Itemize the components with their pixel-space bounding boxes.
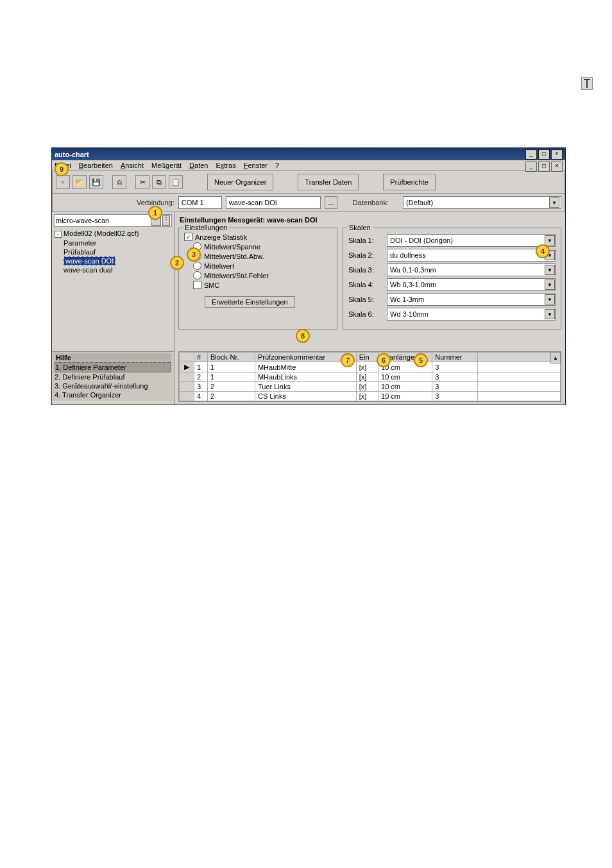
radio-mittelwert-spanne[interactable]: Mittelwert/Spanne [184, 242, 332, 251]
zones-table: ▲ # Block-Nr. Prüfzonenkommentar Ein Sca… [178, 351, 561, 402]
cut-icon: ✂ [140, 178, 146, 187]
tree-node-parameter[interactable]: Parameter [55, 238, 171, 247]
menu-window[interactable]: Fenster [244, 162, 268, 169]
chevron-down-icon: ▼ [545, 280, 555, 290]
callout-6: 6 [377, 353, 391, 367]
tree-node-device-1[interactable]: wave-scan DOI [55, 256, 171, 265]
chevron-down-icon: ▼ [545, 294, 555, 305]
col-block[interactable]: Block-Nr. [207, 353, 255, 362]
menu-device[interactable]: Meßgerät [151, 162, 182, 169]
window-title: auto-chart [55, 151, 525, 158]
menu-data[interactable]: Daten [189, 162, 208, 169]
device-browse-button[interactable]: ... [325, 196, 337, 209]
skala2-combo[interactable]: du dullness▼ [387, 249, 556, 262]
connection-bar: Verbindung: COM 1 wave-scan DOI ... Date… [52, 194, 565, 212]
paste-button[interactable]: 📋 [169, 175, 183, 189]
tree-root[interactable]: -Modell02 (Modell02.qcf) [55, 229, 171, 238]
row-pointer-icon: ▶ [180, 362, 194, 372]
copy-button[interactable]: ⧉ [152, 175, 166, 189]
close-button[interactable]: × [551, 149, 563, 160]
com-port-value: COM 1 [182, 199, 204, 206]
skala4-combo[interactable]: Wb 0,3-1,0mm▼ [387, 278, 556, 291]
new-button[interactable]: ▫ [56, 175, 70, 189]
radio-mittelwert[interactable]: Mittelwert [184, 261, 332, 271]
toolbar: ▫ 📂 💾 ⎙ ✂ ⧉ 📋 Neuer Organizer Transfer D… [52, 171, 565, 194]
save-button[interactable]: 💾 [89, 175, 103, 189]
new-organizer-button[interactable]: Neuer Organizer [207, 174, 273, 190]
menu-view[interactable]: Ansicht [121, 162, 144, 169]
reports-button[interactable]: Prüfberichte [383, 174, 435, 190]
open-button[interactable]: 📂 [72, 175, 87, 189]
skala6-combo[interactable]: Wd 3-10mm▼ [387, 308, 556, 321]
col-num[interactable]: Nummer [432, 353, 478, 362]
checkbox-label: Anzeige Statistik [195, 233, 247, 241]
help-step-2[interactable]: 2. Definiere Prüfablauf [55, 372, 171, 381]
table-row[interactable]: 32Tuer Links[x]10 cm3 [180, 382, 561, 392]
chevron-down-icon: ▼ [549, 197, 559, 208]
chevron-down-icon: ▼ [545, 265, 555, 275]
help-step-1[interactable]: 1. Definiere Parameter [55, 362, 171, 372]
skala5-combo[interactable]: Wc 1-3mm▼ [387, 293, 556, 306]
advanced-settings-button[interactable]: Erweiterte Einstellungen [205, 296, 295, 308]
table-row[interactable]: 42CS Links[x]10 cm3 [180, 392, 561, 401]
com-port-combo[interactable]: COM 1 [178, 196, 222, 209]
skala1-label: Skala 1: [348, 237, 383, 244]
database-value: (Default) [406, 199, 433, 206]
database-combo[interactable]: (Default) ▼ [403, 196, 561, 209]
group-skalen-title: Skalen [347, 224, 373, 231]
skala3-combo[interactable]: Wa 0,1-0,3mm▼ [387, 263, 556, 276]
col-hash[interactable]: # [194, 353, 208, 362]
skala1-combo[interactable]: DOI - DOI (Dorigon)▼ [387, 234, 556, 247]
callout-4: 4 [536, 244, 550, 258]
mdi-maximize-button[interactable]: □ [538, 162, 550, 172]
maximize-button[interactable]: □ [538, 149, 550, 160]
folder-open-icon: 📂 [75, 178, 84, 187]
table-row[interactable]: 21MHaubLinks[x]10 cm3 [180, 372, 561, 382]
right-panel: Einstellungen Messgerät: wave-scan DOI E… [174, 212, 565, 405]
skala6-label: Skala 6: [348, 310, 383, 318]
col-spacer [478, 353, 561, 362]
col-ein[interactable]: Ein [356, 353, 378, 362]
radio-mittelwert-stdabw[interactable]: Mittelwert/Std.Abw. [184, 251, 332, 261]
chevron-down-icon: ▼ [545, 235, 555, 246]
checkbox-label: SMC [204, 281, 219, 289]
cut-button[interactable]: ✂ [135, 175, 149, 189]
mdi-close-button[interactable]: × [551, 162, 563, 172]
database-label: Datenbank: [353, 199, 389, 206]
tree-node-device-2[interactable]: wave-scan dual [55, 265, 171, 274]
checkbox-smc[interactable]: SMC [184, 280, 332, 290]
scroll-up-button[interactable]: ▲ [550, 352, 561, 363]
checkbox-icon [193, 281, 201, 289]
transfer-data-button[interactable]: Transfer Daten [298, 174, 359, 190]
device-combo[interactable]: wave-scan DOI [226, 196, 321, 209]
callout-5: 5 [414, 353, 428, 367]
skala3-label: Skala 3: [348, 266, 383, 274]
callout-8: 8 [296, 329, 310, 343]
tree: -Modell02 (Modell02.qcf) Parameter Prüfa… [55, 229, 171, 274]
print-button[interactable]: ⎙ [112, 175, 126, 189]
tree-splitter-icon[interactable]: ⋮ [162, 215, 170, 226]
table-header-row: # Block-Nr. Prüfzonenkommentar Ein Scanl… [180, 353, 561, 362]
radio-mittelwert-stdfehler[interactable]: Mittelwert/Std.Fehler [184, 271, 332, 280]
save-icon: 💾 [92, 178, 101, 187]
table-row[interactable]: ▶11MHaubMitte[x]10 cm3 [180, 362, 561, 372]
group-einstellungen: Einstellungen ✓ Anzeige Statistik Mittel… [178, 228, 337, 330]
file-new-icon: ▫ [62, 178, 64, 186]
help-step-3[interactable]: 3. Geräteauswahl/-einstellung [55, 381, 171, 390]
callout-9: 9 [55, 162, 69, 176]
left-panel: micro-wave-scan ▼ ⋮ -Modell02 (Modell02.… [52, 212, 174, 405]
app-window: 9 1 2 3 4 5 6 7 8 auto-chart _ □ × DDate… [51, 147, 566, 405]
minimize-button[interactable]: _ [525, 149, 537, 160]
skala5-label: Skala 5: [348, 296, 383, 303]
mdi-minimize-button[interactable]: _ [525, 162, 537, 172]
crop-icon [581, 77, 593, 90]
callout-2: 2 [170, 256, 184, 270]
group-einstellungen-title: Einstellungen [183, 224, 229, 231]
menu-extras[interactable]: Extras [216, 162, 235, 169]
help-step-4[interactable]: 4. Transfer Organizer [55, 390, 171, 399]
tree-node-pruefablauf[interactable]: Prüfablauf [55, 247, 171, 256]
menu-edit[interactable]: Bearbeiten [79, 162, 113, 169]
checkbox-anzeige-statistik[interactable]: ✓ Anzeige Statistik [184, 232, 332, 242]
menu-help[interactable]: ? [275, 162, 279, 169]
menubar: DDateiatei Bearbeiten Ansicht Meßgerät D… [52, 160, 565, 171]
